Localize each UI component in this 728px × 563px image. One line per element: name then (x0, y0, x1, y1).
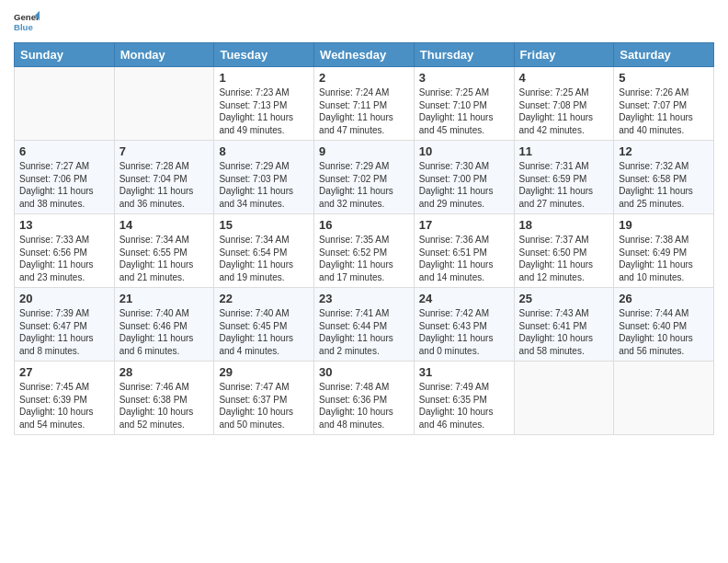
day-number: 1 (219, 71, 309, 85)
day-number: 29 (219, 365, 309, 379)
calendar-day-cell: 11Sunrise: 7:31 AMSunset: 6:59 PMDayligh… (514, 141, 614, 214)
weekday-header-friday: Friday (514, 43, 614, 67)
calendar-day-cell: 19Sunrise: 7:38 AMSunset: 6:49 PMDayligh… (614, 214, 714, 288)
weekday-header-saturday: Saturday (614, 43, 714, 67)
day-number: 20 (19, 292, 109, 305)
calendar-day-cell: 16Sunrise: 7:35 AMSunset: 6:52 PMDayligh… (314, 214, 415, 288)
logo: General Blue (14, 9, 40, 35)
day-number: 23 (319, 292, 409, 305)
calendar-day-cell: 14Sunrise: 7:34 AMSunset: 6:55 PMDayligh… (114, 214, 214, 288)
calendar-day-cell: 23Sunrise: 7:41 AMSunset: 6:44 PMDayligh… (314, 288, 415, 362)
weekday-header-wednesday: Wednesday (314, 43, 415, 67)
day-info: Sunrise: 7:41 AMSunset: 6:44 PMDaylight:… (319, 307, 409, 357)
day-number: 7 (119, 144, 210, 158)
calendar-week-row: 20Sunrise: 7:39 AMSunset: 6:47 PMDayligh… (15, 288, 714, 362)
day-info: Sunrise: 7:29 AMSunset: 7:02 PMDaylight:… (319, 160, 409, 210)
calendar-day-cell: 10Sunrise: 7:30 AMSunset: 7:00 PMDayligh… (414, 141, 514, 214)
day-info: Sunrise: 7:25 AMSunset: 7:08 PMDaylight:… (519, 86, 609, 136)
weekday-header-monday: Monday (114, 43, 214, 67)
calendar-day-cell: 21Sunrise: 7:40 AMSunset: 6:46 PMDayligh… (114, 288, 214, 362)
day-number: 31 (419, 365, 509, 379)
weekday-header-thursday: Thursday (414, 43, 514, 67)
calendar-day-cell: 1Sunrise: 7:23 AMSunset: 7:13 PMDaylight… (214, 67, 314, 141)
calendar-day-cell (15, 67, 115, 141)
day-info: Sunrise: 7:43 AMSunset: 6:41 PMDaylight:… (519, 307, 609, 357)
calendar-week-row: 27Sunrise: 7:45 AMSunset: 6:39 PMDayligh… (15, 362, 714, 435)
day-info: Sunrise: 7:37 AMSunset: 6:50 PMDaylight:… (519, 234, 609, 283)
calendar-day-cell: 17Sunrise: 7:36 AMSunset: 6:51 PMDayligh… (414, 214, 514, 288)
calendar-day-cell: 3Sunrise: 7:25 AMSunset: 7:10 PMDaylight… (414, 67, 514, 141)
calendar-day-cell: 8Sunrise: 7:29 AMSunset: 7:03 PMDaylight… (214, 141, 314, 214)
day-info: Sunrise: 7:47 AMSunset: 6:37 PMDaylight:… (219, 381, 309, 431)
day-number: 13 (19, 218, 109, 232)
day-info: Sunrise: 7:44 AMSunset: 6:40 PMDaylight:… (619, 307, 709, 357)
calendar-day-cell: 22Sunrise: 7:40 AMSunset: 6:45 PMDayligh… (214, 288, 314, 362)
day-number: 16 (319, 218, 409, 232)
calendar-day-cell: 20Sunrise: 7:39 AMSunset: 6:47 PMDayligh… (15, 288, 115, 362)
day-number: 14 (119, 218, 210, 232)
day-info: Sunrise: 7:46 AMSunset: 6:38 PMDaylight:… (119, 381, 210, 431)
day-info: Sunrise: 7:42 AMSunset: 6:43 PMDaylight:… (419, 307, 509, 357)
calendar-day-cell: 28Sunrise: 7:46 AMSunset: 6:38 PMDayligh… (114, 362, 214, 435)
day-number: 10 (419, 144, 509, 158)
calendar-day-cell: 25Sunrise: 7:43 AMSunset: 6:41 PMDayligh… (514, 288, 614, 362)
calendar-day-cell (114, 67, 214, 141)
calendar-day-cell: 2Sunrise: 7:24 AMSunset: 7:11 PMDaylight… (314, 67, 415, 141)
calendar-day-cell (614, 362, 714, 435)
calendar-week-row: 1Sunrise: 7:23 AMSunset: 7:13 PMDaylight… (15, 67, 714, 141)
header: General Blue (14, 9, 714, 35)
day-number: 22 (219, 292, 309, 305)
day-number: 26 (619, 292, 709, 305)
day-number: 6 (19, 144, 109, 158)
day-info: Sunrise: 7:34 AMSunset: 6:54 PMDaylight:… (219, 234, 309, 283)
calendar-day-cell: 15Sunrise: 7:34 AMSunset: 6:54 PMDayligh… (214, 214, 314, 288)
calendar-day-cell: 9Sunrise: 7:29 AMSunset: 7:02 PMDaylight… (314, 141, 415, 214)
day-info: Sunrise: 7:40 AMSunset: 6:45 PMDaylight:… (219, 307, 309, 357)
day-info: Sunrise: 7:36 AMSunset: 6:51 PMDaylight:… (419, 234, 509, 283)
day-number: 19 (619, 218, 709, 232)
day-info: Sunrise: 7:35 AMSunset: 6:52 PMDaylight:… (319, 234, 409, 283)
weekday-header-row: SundayMondayTuesdayWednesdayThursdayFrid… (15, 43, 714, 67)
page: General Blue SundayMondayTuesdayWednesda… (0, 0, 728, 563)
day-info: Sunrise: 7:28 AMSunset: 7:04 PMDaylight:… (119, 160, 210, 210)
calendar-day-cell: 13Sunrise: 7:33 AMSunset: 6:56 PMDayligh… (15, 214, 115, 288)
day-number: 8 (219, 144, 309, 158)
day-number: 28 (119, 365, 210, 379)
day-number: 24 (419, 292, 509, 305)
calendar-day-cell: 6Sunrise: 7:27 AMSunset: 7:06 PMDaylight… (15, 141, 115, 214)
day-info: Sunrise: 7:25 AMSunset: 7:10 PMDaylight:… (419, 86, 509, 136)
day-number: 5 (619, 71, 709, 85)
calendar-day-cell: 26Sunrise: 7:44 AMSunset: 6:40 PMDayligh… (614, 288, 714, 362)
day-number: 9 (319, 144, 409, 158)
day-number: 27 (19, 365, 109, 379)
calendar-day-cell: 5Sunrise: 7:26 AMSunset: 7:07 PMDaylight… (614, 67, 714, 141)
day-number: 12 (619, 144, 709, 158)
day-info: Sunrise: 7:32 AMSunset: 6:58 PMDaylight:… (619, 160, 709, 210)
day-info: Sunrise: 7:24 AMSunset: 7:11 PMDaylight:… (319, 86, 409, 136)
day-number: 30 (319, 365, 409, 379)
calendar-day-cell: 7Sunrise: 7:28 AMSunset: 7:04 PMDaylight… (114, 141, 214, 214)
weekday-header-tuesday: Tuesday (214, 43, 314, 67)
day-number: 25 (519, 292, 609, 305)
day-number: 17 (419, 218, 509, 232)
day-info: Sunrise: 7:40 AMSunset: 6:46 PMDaylight:… (119, 307, 210, 357)
day-number: 2 (319, 71, 409, 85)
calendar-day-cell: 24Sunrise: 7:42 AMSunset: 6:43 PMDayligh… (414, 288, 514, 362)
day-info: Sunrise: 7:26 AMSunset: 7:07 PMDaylight:… (619, 86, 709, 136)
day-info: Sunrise: 7:31 AMSunset: 6:59 PMDaylight:… (519, 160, 609, 210)
calendar-table: SundayMondayTuesdayWednesdayThursdayFrid… (14, 42, 714, 435)
day-info: Sunrise: 7:45 AMSunset: 6:39 PMDaylight:… (19, 381, 109, 431)
calendar-day-cell (514, 362, 614, 435)
calendar-day-cell: 31Sunrise: 7:49 AMSunset: 6:35 PMDayligh… (414, 362, 514, 435)
day-info: Sunrise: 7:29 AMSunset: 7:03 PMDaylight:… (219, 160, 309, 210)
day-info: Sunrise: 7:23 AMSunset: 7:13 PMDaylight:… (219, 86, 309, 136)
svg-text:Blue: Blue (14, 22, 33, 32)
calendar-day-cell: 4Sunrise: 7:25 AMSunset: 7:08 PMDaylight… (514, 67, 614, 141)
calendar-week-row: 13Sunrise: 7:33 AMSunset: 6:56 PMDayligh… (15, 214, 714, 288)
day-number: 18 (519, 218, 609, 232)
logo-icon: General Blue (14, 9, 40, 35)
calendar-week-row: 6Sunrise: 7:27 AMSunset: 7:06 PMDaylight… (15, 141, 714, 214)
day-info: Sunrise: 7:39 AMSunset: 6:47 PMDaylight:… (19, 307, 109, 357)
day-info: Sunrise: 7:27 AMSunset: 7:06 PMDaylight:… (19, 160, 109, 210)
day-number: 15 (219, 218, 309, 232)
